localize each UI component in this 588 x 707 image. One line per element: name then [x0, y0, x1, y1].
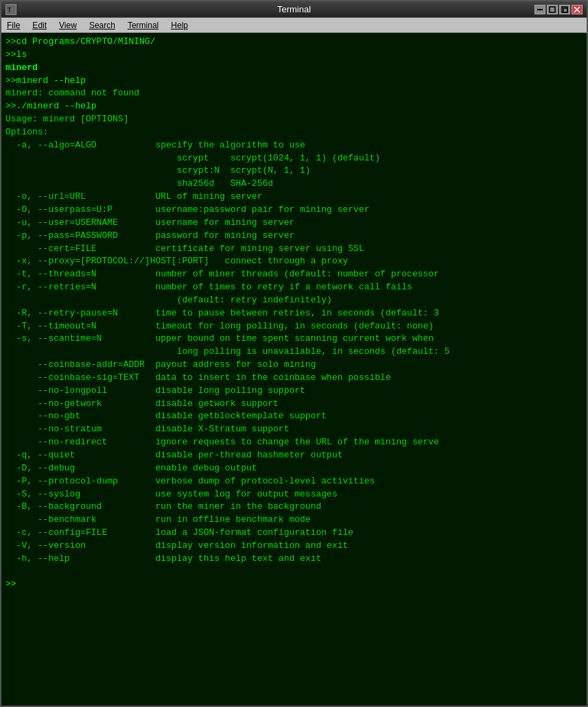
line-syslog: -S, --syslog use system log for output m…: [5, 488, 583, 501]
titlebar-left: T: [5, 4, 16, 15]
line-no-longpoll: --no-longpoll disable long polling suppo…: [5, 385, 583, 398]
line-local-minerd: >>./minerd --help: [5, 100, 583, 113]
restore-button[interactable]: [547, 5, 558, 14]
menu-edit[interactable]: Edit: [30, 20, 49, 31]
close-button[interactable]: [572, 5, 583, 14]
svg-rect-3: [550, 7, 555, 12]
line-url: -o, --url=URL URL of mining server: [5, 191, 583, 204]
line-minerd-help: >>minerd --help: [5, 75, 583, 88]
minimize-button[interactable]: [534, 5, 545, 14]
line-version: -V, --version display version informatio…: [5, 540, 583, 553]
svg-text:T: T: [8, 7, 12, 14]
titlebar: T Terminal: [1, 1, 587, 18]
line-config: -c, --config=FILE load a JSON-format con…: [5, 527, 583, 540]
line-empty: [5, 566, 583, 579]
line-coinbase-addr: --coinbase-addr=ADDR payout address for …: [5, 359, 583, 372]
titlebar-controls[interactable]: [534, 5, 583, 14]
line-no-getwork: --no-getwork disable getwork support: [5, 398, 583, 411]
line-not-found: minerd: command not found: [5, 87, 583, 100]
line-scrypt: scrypt scrypt(1024, 1, 1) (default): [5, 152, 583, 165]
line-userpass: -O, --userpass=U:P username:password pai…: [5, 204, 583, 217]
line-timeout: -T, --timeout=N timeout for long polling…: [5, 320, 583, 333]
line-sha256d: sha256d SHA-256d: [5, 178, 583, 191]
line-scrpytn: scrypt:N scrypt(N, 1, 1): [5, 165, 583, 178]
line-help: -h, --help display this help text and ex…: [5, 553, 583, 566]
line-coinbase-sig: --coinbase-sig=TEXT data to insert in th…: [5, 372, 583, 385]
app-icon: T: [5, 4, 16, 15]
line-retry-pause: -R, --retry-pause=N time to pause betwee…: [5, 307, 583, 320]
line-usage: Usage: minerd [OPTIONS]: [5, 113, 583, 126]
line-ls: >>ls: [5, 49, 583, 62]
line-retries-default: (default: retry indefinitely): [5, 294, 583, 307]
line-no-redirect: --no-redirect ignore requests to change …: [5, 436, 583, 449]
menu-search[interactable]: Search: [86, 20, 118, 31]
line-options: Options:: [5, 126, 583, 139]
menu-terminal[interactable]: Terminal: [125, 20, 161, 31]
line-protocol-dump: -P, --protocol-dump verbose dump of prot…: [5, 475, 583, 488]
line-algo: -a, --algo=ALGO specify the algorithm to…: [5, 139, 583, 152]
line-final-prompt: >>: [5, 578, 583, 591]
menu-file[interactable]: File: [4, 20, 23, 31]
line-retries: -r, --retries=N number of times to retry…: [5, 281, 583, 294]
terminal-window: T Terminal: [0, 0, 588, 707]
line-debug: -D, --debug enable debug output: [5, 462, 583, 475]
window-title: Terminal: [277, 4, 311, 14]
maximize-button[interactable]: [559, 5, 570, 14]
svg-rect-4: [562, 7, 567, 12]
menubar: File Edit View Search Terminal Help: [1, 18, 587, 33]
line-cd: >>cd Programs/CRYPTO/MINING/: [5, 36, 583, 49]
line-no-gbt: --no-gbt disable getblocktemplate suppor…: [5, 410, 583, 423]
line-threads: -t, --threads=N number of miner threads …: [5, 268, 583, 281]
line-background: -B, --background run the miner in the ba…: [5, 501, 583, 514]
line-cert: --cert=FILE certificate for mining serve…: [5, 243, 583, 256]
line-scantime: -s, --scantime=N upper bound on time spe…: [5, 333, 583, 346]
line-user: -u, --user=USERNAME username for mining …: [5, 217, 583, 230]
terminal-output[interactable]: >>cd Programs/CRYPTO/MINING/ >>ls minerd…: [1, 33, 587, 706]
line-proxy: -x, --proxy=[PROTOCOL://]HOST[:PORT] con…: [5, 255, 583, 268]
line-scantime-default: long polling is unavailable, in seconds …: [5, 346, 583, 359]
menu-view[interactable]: View: [56, 20, 80, 31]
line-pass: -p, --pass=PASSWORD password for mining …: [5, 230, 583, 243]
svg-rect-5: [563, 8, 567, 12]
line-quiet: -q, --quiet disable per-thread hashmeter…: [5, 449, 583, 462]
line-minerd-file: minerd: [5, 62, 583, 75]
menu-help[interactable]: Help: [168, 20, 191, 31]
line-benchmark: --benchmark run in offline benchmark mod…: [5, 514, 583, 527]
line-no-stratum: --no-stratum disable X-Stratum support: [5, 423, 583, 436]
